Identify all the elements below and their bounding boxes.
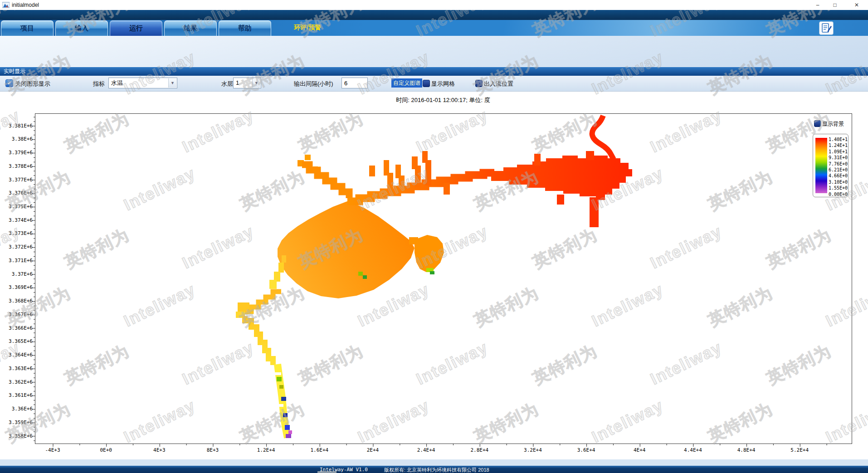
legend-value: 7.76E+0 [829,161,848,166]
map-water-body [236,116,632,438]
interval-input[interactable] [341,78,368,88]
tab-project[interactable]: 项目 [1,20,54,36]
x-axis-label: 0E+0 [87,447,125,453]
y-axis-label: 3.381E+6 [0,123,33,129]
legend-colorbar [815,138,827,193]
flow-position-label: 出入流位置 [484,80,513,88]
y-axis-label: 3.378E+6 [0,163,33,169]
x-axis-label: 3.6E+4 [567,447,605,453]
y-axis-label: 3.361E+6 [0,392,33,398]
legend-value: 1.40E+1 [829,137,848,142]
flow-position-checkbox[interactable] [475,80,483,87]
copyright-text: 版权所有: 北京英特利为环境科技有限公司 2018 [384,467,489,473]
color-legend: 1.40E+11.24E+11.09E+19.31E+07.76E+06.21E… [813,134,848,197]
layer-select[interactable]: 1 ▼ [233,78,261,88]
custom-spectrum-button[interactable]: 自定义图谱 [391,78,422,88]
y-axis-label: 3.367E+6 [0,312,33,317]
x-axis-label: 8E+3 [194,447,232,453]
close-button[interactable]: ✕ [851,1,863,9]
show-background-checkbox[interactable] [814,120,821,127]
y-axis-label: 3.369E+6 [0,284,33,290]
y-axis-label: 3.368E+6 [0,298,33,304]
y-axis-label: 3.379E+6 [0,150,33,156]
y-axis-label: 3.363E+6 [0,366,33,371]
x-axis-label: -4E+3 [34,447,72,453]
legend-value: 1.09E+1 [829,149,848,154]
indicator-select[interactable]: 水温 ▼ [108,78,177,88]
y-axis-label: 3.377E+6 [0,177,33,183]
x-axis-label: 4.4E+4 [674,447,712,453]
realtime-section-header: 实时显示 [0,67,868,76]
chevron-down-icon: ▼ [168,78,176,88]
y-axis-label: 3.372E+6 [0,244,33,250]
close-graph-label: 关闭图形显示 [15,80,50,88]
application-window: initialmodel – □ ✕ 项目输入运行结果帮助 环评/预警 运行模型… [0,0,868,473]
y-axis-label: 3.358E+6 [0,433,33,439]
app-icon [2,1,10,9]
tab-run[interactable]: 运行 [110,20,162,36]
plot-content-area: 时间: 2016-01-01 12:00:17; 单位: 度 [0,92,868,459]
x-axis-label: 4.8E+4 [727,447,766,453]
legend-value: 0.00E+0 [829,192,848,197]
check-icon: ✔ [6,80,13,86]
ribbon-top-strip [0,10,868,20]
indicator-label: 指标 [93,80,105,88]
legend-value: 4.66E+0 [829,173,848,178]
tab-input[interactable]: 输入 [55,20,108,36]
tab-help[interactable]: 帮助 [219,20,271,36]
report-icon[interactable] [819,21,834,35]
y-axis-label: 3.365E+6 [0,338,33,344]
y-axis-label: 3.38E+6 [0,136,33,142]
y-axis-label: 3.374E+6 [0,217,33,223]
temperature-map [35,114,852,444]
legend-value: 1.24E+1 [829,143,848,148]
tab-result[interactable]: 结果 [164,20,217,36]
window-title: initialmodel [12,2,39,8]
legend-value: 9.31E+0 [829,155,848,160]
y-axis-label: 3.373E+6 [0,230,33,236]
y-axis-label: 3.364E+6 [0,352,33,358]
run-toolbar: 运行模型 已运行 0%。 暂停运行 终止运行 错误信息 [0,36,868,67]
x-axis-label: 2E+4 [354,447,392,453]
legend-value: 3.10E+0 [829,180,848,185]
legend-value: 6.21E+0 [829,167,848,172]
y-axis-label: 3.371E+6 [0,258,33,263]
y-axis-label: 3.36E+6 [0,406,33,412]
x-axis-label: 1.2E+4 [247,447,285,453]
realtime-controls-row: ✔ 关闭图形显示 指标 水温 ▼ 水层 1 ▼ 输出间隔(小时) 自定义图谱 显… [0,76,868,92]
chevron-down-icon: ▼ [252,78,260,88]
bottom-strip [0,459,868,466]
show-grid-label: 显示网格 [431,80,455,88]
show-grid-checkbox[interactable] [423,80,430,87]
x-axis-label: 5.2E+4 [780,447,819,453]
menu-bar: 项目输入运行结果帮助 [0,20,868,36]
indicator-value: 水温 [109,78,177,88]
y-axis-label: 3.366E+6 [0,325,33,331]
minimize-button[interactable]: – [812,1,824,9]
title-bar: initialmodel – □ ✕ [0,0,868,10]
legend-value: 1.55E+0 [829,185,848,190]
tab-env-warning[interactable]: 环评/预警 [294,24,321,32]
x-axis-label: 4E+3 [140,447,178,453]
status-bar: Intelway-AW V1.0 版权所有: 北京英特利为环境科技有限公司 20… [0,466,868,473]
maximize-button[interactable]: □ [829,1,841,9]
x-axis-label: 3.2E+4 [514,447,552,453]
document-icon [819,22,833,34]
x-axis-label: 4E+4 [620,447,658,453]
y-axis-label: 3.376E+6 [0,190,33,196]
y-axis-label: 3.362E+6 [0,379,33,385]
show-background-label: 显示背景 [822,120,844,128]
layer-label: 水层 [221,80,233,88]
y-axis-label: 3.37E+6 [0,271,33,277]
menu-tabs: 项目输入运行结果帮助 [1,20,273,36]
interval-label: 输出间隔(小时) [294,80,333,88]
y-axis-label: 3.359E+6 [0,419,33,425]
x-axis-label: 2.8E+4 [460,447,498,453]
time-unit-label: 时间: 2016-01-01 12:00:17; 单位: 度 [262,96,624,104]
x-axis-label: 2.4E+4 [407,447,445,453]
resize-grip [317,471,336,473]
x-axis-label: 1.6E+4 [300,447,338,453]
close-graph-checkbox[interactable]: ✔ [5,79,13,87]
map-plot [35,113,852,444]
y-axis-label: 3.375E+6 [0,204,33,210]
